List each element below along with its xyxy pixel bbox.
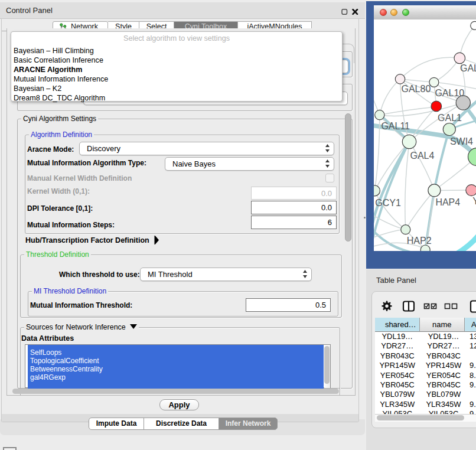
svg-text:Y: Y [472,196,476,206]
svg-text:GAL10: GAL10 [435,88,464,98]
svg-text:GAL11: GAL11 [381,121,410,131]
svg-text:HAP2: HAP2 [407,236,432,246]
svg-text:GCY1: GCY1 [375,198,401,208]
svg-text:HAP4: HAP4 [435,197,460,207]
svg-text:GAL7: GAL7 [460,63,476,73]
svg-text:GAL1: GAL1 [438,113,462,123]
svg-text:SWI4: SWI4 [450,136,473,146]
svg-text:GAL4: GAL4 [410,151,435,161]
svg-text:GAL80: GAL80 [402,84,431,94]
